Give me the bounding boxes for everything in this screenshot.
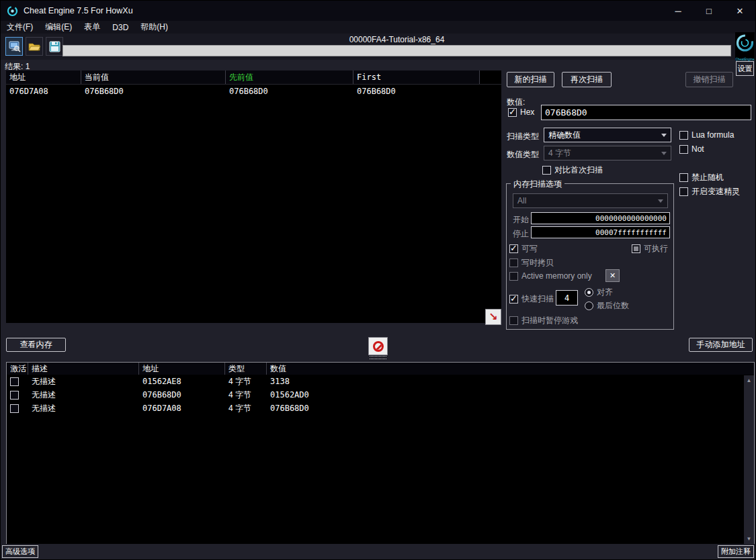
active-memory-checkbox[interactable] <box>509 272 518 281</box>
not-label: Not <box>691 144 704 154</box>
fast-scan-checkbox[interactable] <box>509 295 518 304</box>
maximize-button[interactable]: □ <box>694 1 724 21</box>
active-checkbox[interactable] <box>10 391 19 400</box>
memory-view-button[interactable]: 查看内存 <box>6 338 66 352</box>
column-header-type[interactable]: 类型 <box>225 363 267 375</box>
next-scan-button[interactable]: 再次扫描 <box>562 72 612 87</box>
hex-checkbox[interactable] <box>508 108 517 117</box>
save-file-button[interactable] <box>46 37 63 56</box>
memory-region-dropdown[interactable]: All <box>513 193 668 208</box>
attached-process-name: 00000FA4-Tutorial-x86_64 <box>62 35 731 44</box>
chevron-down-icon <box>658 199 663 203</box>
stop-label: 停止 <box>513 228 529 240</box>
save-floppy-icon <box>48 40 61 53</box>
unrandomizer-label: 禁止随机 <box>691 172 724 183</box>
active-cell <box>7 404 28 413</box>
value-cell: 3138 <box>267 375 754 388</box>
column-header-first[interactable]: First <box>353 71 480 84</box>
compare-first-label: 对比首次扫描 <box>554 165 603 176</box>
splitter-handle[interactable] <box>370 356 386 359</box>
new-scan-button[interactable]: 新的扫描 <box>507 72 554 87</box>
column-header-previous-value[interactable]: 先前值 <box>226 71 353 84</box>
column-header-filler <box>480 71 501 84</box>
column-header-value[interactable]: 数值 <box>267 363 754 375</box>
fast-scan-label: 快速扫描 <box>521 293 554 305</box>
minimize-button[interactable]: ─ <box>663 1 694 21</box>
menu-file[interactable]: 文件(F) <box>1 21 39 34</box>
open-file-button[interactable] <box>26 37 43 56</box>
column-header-current-value[interactable]: 当前值 <box>81 71 226 84</box>
type-cell: 4 字节 <box>225 402 267 415</box>
active-memory-clear-button[interactable]: ✕ <box>605 269 620 282</box>
comments-button[interactable]: 附加注释 <box>718 545 754 558</box>
value-type-dropdown[interactable]: 4 字节 <box>544 146 671 160</box>
lua-formula-checkbox[interactable] <box>679 131 688 140</box>
stop-button[interactable] <box>368 337 388 355</box>
fast-scan-alignment-input[interactable] <box>556 290 578 306</box>
hex-checkbox-row: Hex <box>508 107 534 117</box>
result-first-value: 076B68D0 <box>353 85 480 98</box>
advanced-options-button[interactable]: 高级选项 <box>2 545 38 558</box>
address-cell: 01562AE8 <box>139 375 225 388</box>
active-checkbox[interactable] <box>10 377 19 386</box>
scrollbar[interactable]: ▲ ▼ <box>744 375 754 544</box>
speedhack-row: 开启变速精灵 <box>679 186 740 197</box>
add-selected-to-addresslist-button[interactable]: ↘ <box>485 309 501 325</box>
cheat-engine-logo[interactable]: CheatEngine <box>735 32 755 60</box>
last-digits-radio[interactable] <box>585 301 593 310</box>
column-header-description[interactable]: 描述 <box>28 363 139 375</box>
scan-value-input[interactable] <box>541 105 751 120</box>
type-cell: 4 字节 <box>225 375 267 388</box>
last-digits-label: 最后位数 <box>597 300 629 312</box>
not-row: Not <box>679 144 704 154</box>
scan-panel: 新的扫描 再次扫描 撤销扫描 数值: Hex 扫描类型 精确数值 Lua for… <box>506 71 756 335</box>
menu-help[interactable]: 帮助(H) <box>134 21 174 34</box>
address-cell: 076B68D0 <box>139 388 225 402</box>
result-address: 076D7A08 <box>6 85 81 98</box>
executable-checkbox[interactable] <box>632 244 640 253</box>
menu-table[interactable]: 表单 <box>78 21 106 34</box>
scroll-up-icon[interactable]: ▲ <box>744 375 754 385</box>
description-cell: 无描述 <box>28 388 139 402</box>
window-controls: ─ □ ✕ <box>663 1 755 21</box>
undo-scan-button[interactable]: 撤销扫描 <box>685 72 733 87</box>
writable-checkbox[interactable] <box>509 244 518 253</box>
hex-label: Hex <box>520 107 534 117</box>
column-header-address[interactable]: 地址 <box>139 363 225 375</box>
column-header-address[interactable]: 地址 <box>6 71 81 84</box>
scan-type-dropdown[interactable]: 精确数值 <box>544 128 671 142</box>
select-process-button[interactable] <box>5 37 23 56</box>
menu-edit[interactable]: 编辑(E) <box>39 21 78 34</box>
menu-d3d[interactable]: D3D <box>106 21 134 34</box>
align-radio[interactable] <box>585 288 593 297</box>
address-row[interactable]: 无描述 076B68D0 4 字节 01562AD0 <box>7 388 754 402</box>
close-button[interactable]: ✕ <box>724 1 755 21</box>
address-cell: 076D7A08 <box>139 402 225 415</box>
copy-on-write-label: 写时拷贝 <box>521 257 554 269</box>
start-address-input[interactable] <box>531 212 670 224</box>
address-list-header: 激活 描述 地址 类型 数值 <box>7 363 754 375</box>
pause-game-checkbox[interactable] <box>509 316 518 325</box>
found-list-header: 地址 当前值 先前值 First <box>6 71 501 85</box>
active-checkbox[interactable] <box>10 404 19 413</box>
unrandomizer-checkbox[interactable] <box>679 173 688 182</box>
address-row[interactable]: 无描述 01562AE8 4 字节 3138 <box>7 375 754 388</box>
stop-address-input[interactable] <box>531 226 670 238</box>
scan-type-label: 扫描类型 <box>507 131 539 142</box>
app-icon <box>7 5 18 17</box>
found-list-row[interactable]: 076D7A08 076B68D0 076B68D0 076B68D0 <box>6 85 501 98</box>
chevron-down-icon <box>661 152 667 155</box>
address-row[interactable]: 无描述 076D7A08 4 字节 076B68D0 <box>7 402 754 415</box>
speedhack-checkbox[interactable] <box>679 187 688 196</box>
chevron-down-icon <box>661 134 667 137</box>
start-label: 开始 <box>513 214 529 226</box>
scroll-down-icon[interactable]: ▼ <box>744 534 754 544</box>
writable-row: 可写 <box>509 243 538 254</box>
not-checkbox[interactable] <box>679 145 688 154</box>
column-header-active[interactable]: 激活 <box>7 363 28 375</box>
address-list: 激活 描述 地址 类型 数值 无描述 01562AE8 4 字节 3138 无描… <box>6 362 755 545</box>
copy-on-write-checkbox[interactable] <box>509 259 518 267</box>
add-address-manually-button[interactable]: 手动添加地址 <box>689 338 753 352</box>
compare-first-checkbox[interactable] <box>542 166 551 175</box>
footer: 高级选项 附加注释 <box>1 544 755 559</box>
